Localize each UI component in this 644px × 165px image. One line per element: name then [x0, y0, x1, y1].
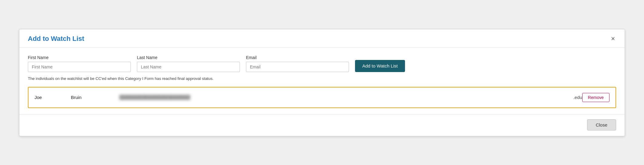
email-label: Email: [246, 55, 349, 60]
close-footer-button[interactable]: Close: [587, 119, 616, 130]
dialog-title: Add to Watch List: [28, 35, 84, 43]
dialog-body: First Name Last Name Email Add to Watch …: [19, 48, 625, 108]
last-name-group: Last Name: [137, 55, 240, 72]
first-name-group: First Name: [28, 55, 131, 72]
dialog-header: Add to Watch List ×: [19, 29, 625, 48]
email-cell: ██████████████████████ .edu: [119, 95, 582, 100]
add-to-watchlist-button[interactable]: Add to Watch List: [355, 60, 405, 72]
dialog-footer: Close: [19, 114, 625, 136]
table-row: Joe Bruin ██████████████████████ .edu Re…: [28, 87, 616, 107]
info-text: The individuals on the watchlist will be…: [28, 76, 616, 81]
email-group: Email: [246, 55, 349, 72]
watchlist-email-blurred: ██████████████████████: [119, 95, 573, 100]
last-name-input[interactable]: [137, 62, 240, 72]
form-row: First Name Last Name Email Add to Watch …: [28, 55, 616, 72]
remove-button[interactable]: Remove: [582, 93, 609, 102]
watchlist-last-name: Bruin: [71, 95, 119, 100]
first-name-label: First Name: [28, 55, 131, 60]
watchlist-email-suffix: .edu: [573, 95, 582, 100]
email-input[interactable]: [246, 62, 349, 72]
last-name-label: Last Name: [137, 55, 240, 60]
first-name-input[interactable]: [28, 62, 131, 72]
watchlist-first-name: Joe: [35, 95, 71, 100]
add-to-watchlist-dialog: Add to Watch List × First Name Last Name…: [19, 29, 625, 136]
dialog-close-button[interactable]: ×: [610, 35, 616, 42]
watchlist-table: Joe Bruin ██████████████████████ .edu Re…: [28, 87, 616, 108]
